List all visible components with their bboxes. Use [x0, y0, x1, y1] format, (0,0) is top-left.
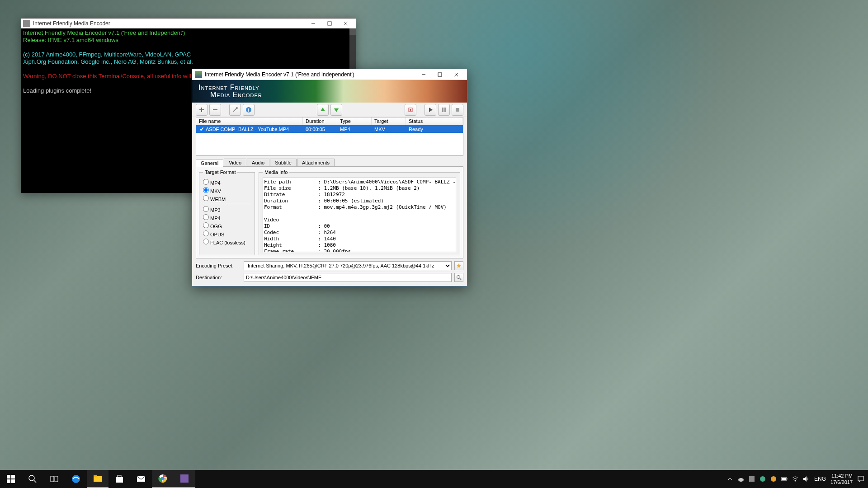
stop-button[interactable]	[452, 104, 463, 116]
console-line: (c) 2017 Anime4000, FFmpeg, MulticoreWar…	[23, 51, 191, 58]
donate-button[interactable]	[405, 104, 416, 116]
tray-app-icon[interactable]	[759, 475, 766, 483]
close-button[interactable]	[448, 70, 464, 79]
tray-chevron-icon[interactable]	[726, 475, 734, 483]
search-button[interactable]	[22, 470, 43, 488]
pause-button[interactable]	[438, 104, 450, 116]
mail-icon[interactable]	[130, 470, 152, 488]
row-filename: ASDF COMP- BALLZ - YouTube.MP4	[206, 127, 289, 132]
format-mkv[interactable]: MKV	[203, 187, 251, 194]
svg-rect-42	[180, 474, 189, 483]
media-info-group: Media Info File path : D:\Users\Anime400…	[259, 169, 460, 255]
format-flac[interactable]: FLAC (lossless)	[203, 239, 251, 245]
svg-line-25	[460, 278, 461, 280]
browse-button[interactable]	[454, 273, 463, 282]
language-indicator[interactable]: ENG	[814, 476, 826, 482]
add-button[interactable]	[196, 104, 208, 116]
preset-select[interactable]: Internet Sharing, MKV, H.265@CRF 27.0 72…	[244, 261, 452, 270]
console-titlebar[interactable]: Internet Friendly Media Encoder	[21, 19, 356, 28]
start-menu-button[interactable]	[0, 470, 22, 488]
svg-rect-21	[444, 108, 446, 112]
maximize-button[interactable]	[321, 19, 338, 28]
tab-video[interactable]: Video	[224, 159, 246, 166]
notification-icon[interactable]	[857, 475, 864, 483]
wifi-icon[interactable]	[792, 475, 799, 483]
close-button[interactable]	[338, 19, 354, 28]
tab-attachments[interactable]: Attachments	[297, 159, 335, 166]
row-checkbox[interactable]	[199, 127, 204, 132]
svg-rect-29	[11, 479, 15, 483]
row-type: MP4	[337, 127, 372, 132]
start-button[interactable]	[425, 104, 436, 116]
row-status: Ready	[406, 127, 463, 132]
console-line: Xiph.Org Foundation, Google Inc., Nero A…	[23, 58, 193, 65]
onedrive-icon[interactable]	[737, 475, 745, 483]
store-icon[interactable]	[108, 470, 130, 488]
col-header-status[interactable]: Status	[406, 117, 463, 125]
banner-line2: Media Encoder	[210, 91, 262, 99]
svg-marker-19	[429, 108, 433, 112]
svg-point-45	[760, 476, 765, 482]
system-tray: ENG 11:42 PM 17/6/2017	[726, 473, 868, 485]
toolbar: i	[192, 103, 467, 117]
chrome-icon[interactable]	[152, 470, 174, 488]
destination-row: Destination:	[196, 273, 463, 282]
minimize-button[interactable]	[415, 70, 432, 79]
app-title: Internet Friendly Media Encoder v7.1 ('F…	[205, 71, 415, 78]
col-header-duration[interactable]: Duration	[303, 117, 337, 125]
console-line: Release: IFME v7.1 amd64 windows	[23, 37, 118, 43]
svg-rect-26	[7, 475, 10, 479]
maximize-button[interactable]	[432, 70, 448, 79]
battery-icon[interactable]	[781, 475, 788, 483]
tray-app-icon[interactable]	[770, 475, 777, 483]
target-format-legend: Target Format	[203, 169, 237, 175]
svg-point-46	[771, 476, 776, 482]
app-banner: Internet Friendly Media Encoder	[192, 80, 467, 103]
svg-rect-44	[749, 476, 755, 482]
taskview-button[interactable]	[43, 470, 65, 488]
col-header-type[interactable]: Type	[337, 117, 372, 125]
settings-button[interactable]	[229, 104, 241, 116]
tab-audio[interactable]: Audio	[247, 159, 269, 166]
svg-rect-52	[858, 476, 863, 481]
move-down-button[interactable]	[330, 104, 342, 116]
format-opus[interactable]: OPUS	[203, 230, 251, 237]
col-header-name[interactable]: File name	[196, 117, 303, 125]
move-up-button[interactable]	[317, 104, 329, 116]
console-line: Internet Friendly Media Encoder v7.1 ('F…	[23, 29, 185, 36]
tab-body-general: Target Format MP4 MKV WEBM MP3 MP4 OGG O…	[196, 166, 463, 258]
format-mp4[interactable]: MP4	[203, 179, 251, 186]
clock[interactable]: 11:42 PM 17/6/2017	[830, 473, 853, 485]
svg-rect-20	[442, 108, 443, 112]
minimize-button[interactable]	[305, 19, 321, 28]
format-mp3[interactable]: MP3	[203, 206, 251, 213]
tab-subtitle[interactable]: Subtitle	[270, 159, 297, 166]
info-button[interactable]: i	[243, 104, 255, 116]
media-info-text[interactable]: File path : D:\Users\Anime4000\Videos\AS…	[263, 178, 456, 252]
file-explorer-icon[interactable]	[87, 470, 108, 488]
svg-rect-38	[118, 475, 121, 477]
format-mp4a[interactable]: MP4	[203, 214, 251, 221]
destination-input[interactable]	[244, 273, 452, 282]
format-ogg[interactable]: OGG	[203, 222, 251, 229]
edge-icon[interactable]	[65, 470, 87, 488]
table-header: File name Duration Type Target Status	[196, 117, 463, 125]
svg-rect-32	[51, 476, 54, 482]
tray-app-icon[interactable]	[748, 475, 755, 483]
format-webm[interactable]: WEBM	[203, 195, 251, 202]
svg-marker-16	[334, 108, 339, 112]
preset-save-button[interactable]	[454, 261, 463, 270]
app-icon	[195, 71, 202, 78]
svg-rect-33	[55, 476, 58, 482]
ifme-app-icon[interactable]	[174, 470, 195, 488]
app-icon	[23, 20, 30, 27]
col-header-target[interactable]: Target	[372, 117, 406, 125]
table-row[interactable]: ASDF COMP- BALLZ - YouTube.MP4 00:00:05 …	[196, 125, 463, 133]
svg-point-18	[410, 109, 411, 111]
console-line: Loading plugins complete!	[23, 87, 91, 94]
remove-button[interactable]	[209, 104, 221, 116]
file-table: File name Duration Type Target Status AS…	[196, 117, 463, 156]
app-titlebar[interactable]: Internet Friendly Media Encoder v7.1 ('F…	[192, 69, 467, 80]
volume-icon[interactable]	[802, 475, 810, 483]
tab-general[interactable]: General	[196, 159, 223, 167]
